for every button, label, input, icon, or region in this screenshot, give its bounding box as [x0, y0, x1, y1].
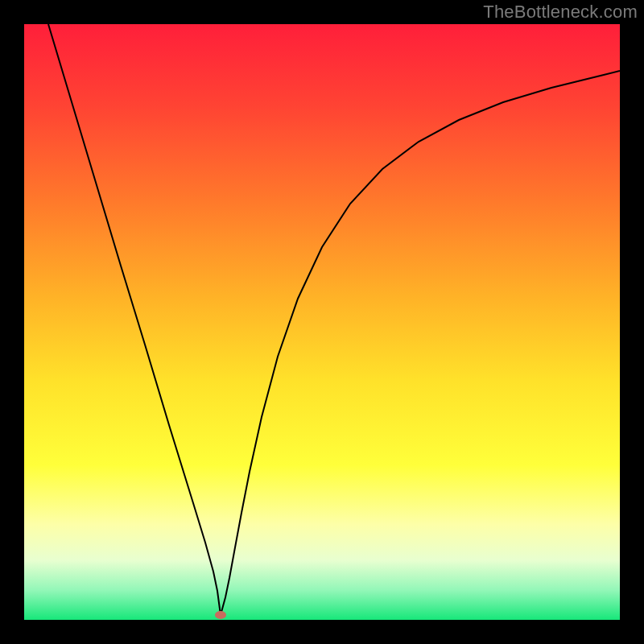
plot-svg [24, 24, 620, 620]
plot-area [24, 24, 620, 620]
gradient-background [24, 24, 620, 620]
chart-frame: TheBottleneck.com [0, 0, 644, 644]
optimum-marker [215, 611, 226, 619]
watermark-text: TheBottleneck.com [483, 2, 638, 23]
